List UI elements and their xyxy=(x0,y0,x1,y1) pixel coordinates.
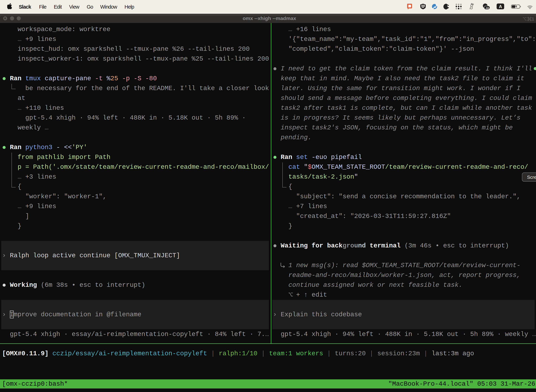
svg-text:1: 1 xyxy=(532,17,534,21)
svg-text:A: A xyxy=(499,4,502,9)
svg-text:..61: ..61 xyxy=(485,6,489,9)
